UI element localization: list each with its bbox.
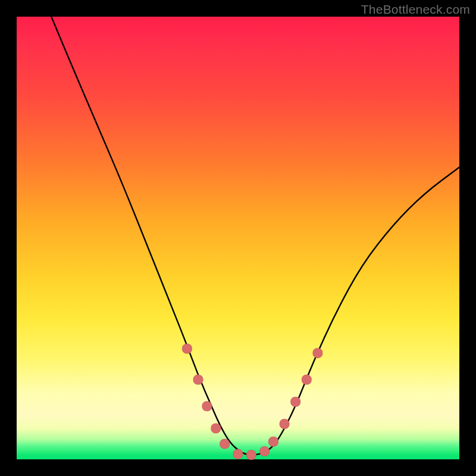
curve-marker	[269, 437, 278, 446]
curve-marker	[280, 419, 289, 429]
curve-marker	[302, 375, 311, 384]
curve-marker	[220, 439, 230, 449]
curve-marker	[193, 375, 203, 384]
curve-marker	[246, 450, 256, 460]
curve-marker	[291, 397, 300, 406]
curve-marker	[260, 447, 270, 456]
curve-marker	[202, 402, 212, 411]
curve-marker	[211, 424, 221, 433]
curve-markers	[182, 344, 322, 460]
bottleneck-curve	[48, 8, 459, 455]
curve-marker	[313, 348, 322, 358]
curve-marker	[182, 344, 192, 353]
plot-area	[17, 17, 459, 459]
curve-marker	[233, 449, 243, 459]
curve-svg	[17, 17, 459, 459]
watermark-text: TheBottleneck.com	[361, 2, 470, 17]
chart-stage: TheBottleneck.com	[0, 0, 476, 476]
